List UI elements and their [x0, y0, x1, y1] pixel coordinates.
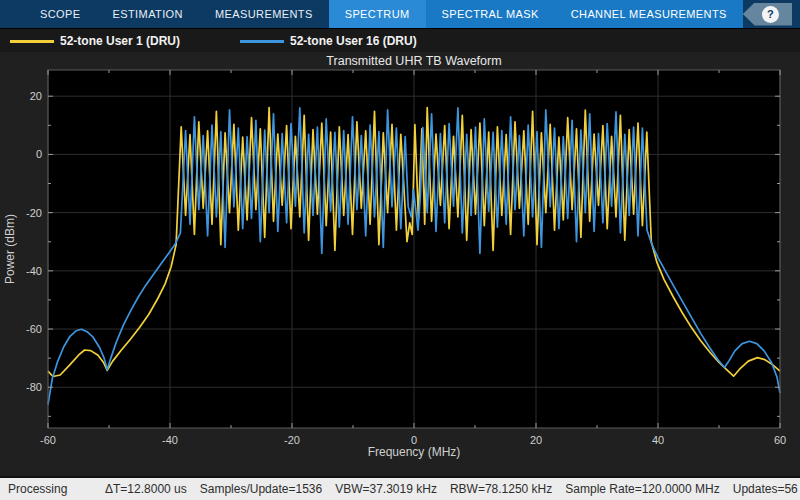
x-tick-label: 40 [652, 434, 664, 446]
status-item: ΔT=12.8000 us [105, 482, 187, 496]
toolstrip: SCOPEESTIMATIONMEASUREMENTSSPECTRUMSPECT… [0, 0, 800, 28]
tab-channel-measurements[interactable]: CHANNEL MEASUREMENTS [555, 0, 743, 28]
help-icon[interactable]: ? [762, 6, 779, 23]
y-tick-label: 0 [36, 148, 42, 160]
y-axis-label: Power (dBm) [3, 214, 17, 284]
legend-item-2[interactable]: 52-tone User 16 (DRU) [240, 29, 417, 53]
x-tick-label: -60 [40, 434, 56, 446]
status-item: Sample Rate=120.0000 MHz [565, 482, 719, 496]
status-bar: Processing ΔT=12.8000 usSamples/Update=1… [0, 476, 800, 500]
tab-spectral-mask[interactable]: SPECTRAL MASK [426, 0, 555, 28]
chart-region: -60-40-200204060200-20-40-60-80Transmitt… [0, 52, 800, 476]
legend-line-swatch [240, 40, 284, 43]
status-state: Processing [0, 482, 105, 496]
y-tick-label: -40 [26, 265, 42, 277]
help-button[interactable]: ? [743, 3, 792, 26]
y-tick-label: -60 [26, 323, 42, 335]
y-tick-label: 20 [30, 90, 42, 102]
legend-line-swatch [10, 40, 54, 43]
chart-title: Transmitted UHR TB Waveform [326, 54, 501, 68]
legend-item-1[interactable]: 52-tone User 1 (DRU) [10, 29, 180, 53]
legend-label: 52-tone User 1 (DRU) [60, 34, 180, 48]
status-item: VBW=37.3019 kHz [335, 482, 437, 496]
tab-scope[interactable]: SCOPE [24, 0, 97, 28]
tab-estimation[interactable]: ESTIMATION [97, 0, 199, 28]
status-items: ΔT=12.8000 usSamples/Update=1536VBW=37.3… [105, 482, 800, 496]
status-item: Updates=56 [733, 482, 798, 496]
toolbar-tabs: SCOPEESTIMATIONMEASUREMENTSSPECTRUMSPECT… [24, 0, 743, 28]
legend-bar: 52-tone User 1 (DRU)52-tone User 16 (DRU… [0, 28, 800, 52]
tab-spectrum[interactable]: SPECTRUM [329, 0, 426, 28]
spectrum-plot[interactable]: -60-40-200204060200-20-40-60-80Transmitt… [0, 52, 800, 476]
x-tick-label: 20 [530, 434, 542, 446]
legend-label: 52-tone User 16 (DRU) [290, 34, 417, 48]
status-item: Samples/Update=1536 [200, 482, 322, 496]
x-tick-label: -20 [284, 434, 300, 446]
x-axis-label: Frequency (MHz) [368, 445, 461, 459]
tab-measurements[interactable]: MEASUREMENTS [199, 0, 329, 28]
x-tick-label: -40 [162, 434, 178, 446]
status-item: RBW=78.1250 kHz [450, 482, 552, 496]
y-tick-label: -20 [26, 207, 42, 219]
x-tick-label: 60 [774, 434, 786, 446]
y-tick-label: -80 [26, 381, 42, 393]
